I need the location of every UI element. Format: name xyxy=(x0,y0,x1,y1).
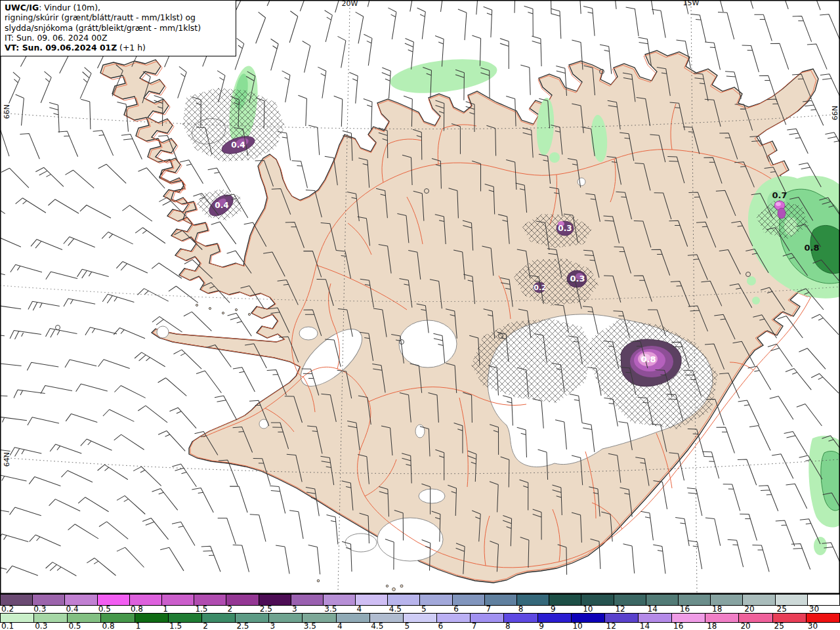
colorbar-segment xyxy=(581,595,614,605)
sleet-cell-core xyxy=(776,202,781,206)
colorbar-segment xyxy=(194,595,226,605)
colorbar-tick-label: 4.5 xyxy=(371,621,383,630)
islet xyxy=(400,585,403,587)
precip-value-label: 0.3 xyxy=(558,224,572,233)
precip-value-label: 0.8 xyxy=(640,354,656,364)
colorbar-tick-label: 3 xyxy=(292,604,297,614)
colorbar-tick-label: 1.5 xyxy=(195,604,207,614)
colorbar-tick-label: 3 xyxy=(270,621,276,630)
colorbar-segment xyxy=(614,595,646,605)
colorbar-tick-label: 12 xyxy=(615,604,625,614)
colorbar-tick-label: 0.4 xyxy=(66,604,78,614)
colorbar-segment xyxy=(420,595,452,605)
colorbar-tick-label: 14 xyxy=(640,621,650,630)
colorbar-tick-label: 2 xyxy=(203,621,208,630)
colorbar-tick-label: 8 xyxy=(518,604,524,614)
valid-time-offset: (+1 h) xyxy=(117,43,146,52)
colorbar-tick-label: 3.5 xyxy=(324,604,337,614)
legend-line-3: slydda/snjókoma (grátt/bleikt/grænt - mm… xyxy=(5,23,232,33)
colorbar-tick-label: 6 xyxy=(438,621,444,630)
colorbar-tick-label: 0.2 xyxy=(1,604,14,614)
legend-init-time: IT: Sun. 09. 06. 2024 00Z xyxy=(5,33,232,43)
colorbar-segment xyxy=(711,595,743,605)
colorbar-sleet-snow-labels: 0.20.30.40.50.811.522.533.544.5567891012… xyxy=(0,606,840,613)
precip-value-label: 0.8 xyxy=(804,243,819,253)
glacier-myrdalsjokull xyxy=(377,518,443,561)
colorbar-tick-label: 18 xyxy=(707,621,717,630)
rain-patch xyxy=(747,276,756,285)
rain-patch xyxy=(814,537,827,555)
precip-value-label: 0.3 xyxy=(570,274,585,284)
colorbar-segment xyxy=(808,595,839,605)
legend-line-5: VT: Sun. 09.06.2024 01Z (+1 h) xyxy=(5,43,232,52)
legend-box: UWC/IG: Vindur (10m), rigning/skúrir (gr… xyxy=(0,0,236,56)
colorbar-segment xyxy=(162,595,194,605)
colorbar-segment xyxy=(324,595,356,605)
colorbar-tick-label: 30 xyxy=(808,621,818,630)
colorbar-tick-label: 10 xyxy=(583,604,593,614)
colorbar-tick-label: 12 xyxy=(606,621,616,630)
colorbar-tick-label: 0.5 xyxy=(68,621,81,630)
legend-title-rest: : Vindur (10m), xyxy=(39,3,100,12)
colorbar-segment xyxy=(33,595,65,605)
colorbar-segment xyxy=(743,595,775,605)
legend-line-1: UWC/IG: Vindur (10m), xyxy=(5,3,232,12)
precip-value-label: 0.4 xyxy=(231,140,245,150)
colorbar-tick-label: 16 xyxy=(680,604,690,614)
colorbar-tick-label: 0.3 xyxy=(35,621,47,630)
colorbar-rain-labels: 0.10.30.50.811.522.533.544.5567891012141… xyxy=(0,623,840,630)
islet xyxy=(222,312,224,314)
colorbar-tick-label: 6 xyxy=(453,604,459,614)
islet xyxy=(386,585,388,587)
product-id: UWC/IG xyxy=(5,3,39,12)
colorbar-tick-label: 1.5 xyxy=(169,621,182,630)
colorbar-tick-label: 9 xyxy=(551,604,556,614)
colorbar-tick-label: 4.5 xyxy=(389,604,402,614)
colorbar-tick-label: 4 xyxy=(337,621,343,630)
colorbar-panel: 0.20.30.40.50.811.522.533.544.5567891012… xyxy=(0,594,840,630)
lake xyxy=(578,178,585,186)
colorbar-segment xyxy=(646,595,679,605)
colorbar-segment xyxy=(98,595,130,605)
islet xyxy=(196,304,198,306)
graticule-label-64n: 64N xyxy=(3,452,11,467)
rain-patch xyxy=(549,152,560,163)
colorbar-tick-label: 5 xyxy=(404,621,410,630)
colorbar-segment xyxy=(388,595,420,605)
colorbar-segment xyxy=(259,595,291,605)
colorbar-segment xyxy=(453,595,485,605)
precip-value-label: 0.2 xyxy=(534,284,547,292)
islet xyxy=(248,313,250,315)
weather-map-page: 20W15W66N66N64N 0.40.40.30.30.20.80.70.8… xyxy=(0,0,840,630)
glacier-snaefellsjokull xyxy=(157,326,169,338)
colorbar-segment xyxy=(226,595,259,605)
colorbar-segment xyxy=(65,595,97,605)
colorbar-tick-label: 7 xyxy=(472,621,477,630)
sleet-cell-shape xyxy=(778,208,786,219)
colorbar-tick-label: 2.5 xyxy=(260,604,272,614)
colorbar-tick-label: 0.1 xyxy=(1,621,14,630)
colorbar-tick-label: 18 xyxy=(712,604,722,614)
colorbar-segment xyxy=(549,595,581,605)
graticule-label-66n: 66N xyxy=(831,106,839,120)
glacier-torfajokull xyxy=(419,489,445,503)
colorbar-tick-label: 8 xyxy=(505,621,511,630)
colorbar-tick-label: 14 xyxy=(648,604,658,614)
colorbar-tick-label: 10 xyxy=(572,621,582,630)
colorbar-tick-label: 9 xyxy=(539,621,544,630)
colorbar-segment xyxy=(679,595,711,605)
colorbar-tick-label: 2.5 xyxy=(236,621,249,630)
islet xyxy=(392,588,396,591)
colorbar-tick-label: 0.8 xyxy=(102,621,115,630)
colorbar-tick-label: 25 xyxy=(777,604,787,614)
colorbar-tick-label: 0.8 xyxy=(131,604,143,614)
islet xyxy=(317,579,320,582)
colorbar-segment xyxy=(130,595,162,605)
colorbar-tick-label: 25 xyxy=(774,621,784,630)
colorbar-tick-label: 30 xyxy=(809,604,819,614)
glacier-eyjafjallajokull xyxy=(345,534,377,552)
precip-value-label: 0.4 xyxy=(215,201,228,210)
islet xyxy=(235,308,237,310)
graticule-label-20w: 20W xyxy=(342,0,358,8)
colorbar-segment xyxy=(517,595,549,605)
